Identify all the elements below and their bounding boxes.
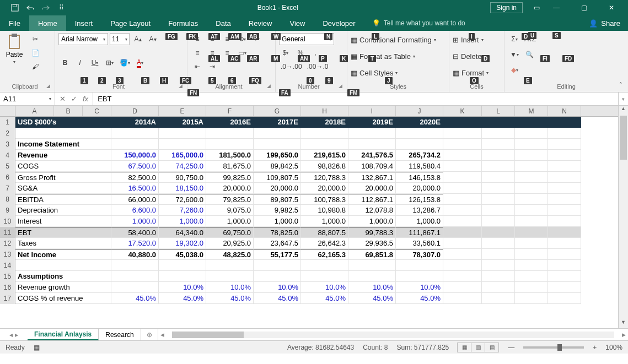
scroll-left-icon[interactable]: ◀	[160, 332, 164, 338]
cell[interactable]: 1,000.0	[301, 216, 348, 227]
cell[interactable]: 20,000.0	[348, 183, 396, 194]
cell[interactable]: 1,000.0	[206, 216, 254, 227]
cell[interactable]: 45.0%	[301, 293, 348, 304]
scroll-right-icon[interactable]: ▶	[622, 332, 626, 338]
scroll-up-icon[interactable]: ▲	[619, 106, 628, 115]
enter-formula-icon[interactable]: ✓	[71, 95, 77, 103]
cell[interactable]	[396, 271, 443, 282]
save-icon[interactable]	[11, 4, 19, 12]
row-header[interactable]: 4	[0, 150, 15, 161]
cell[interactable]: 126,153.8	[396, 194, 443, 205]
tab-review[interactable]: Review	[240, 15, 281, 31]
cell[interactable]: 20,000.0	[206, 183, 254, 194]
cell[interactable]: 99,788.3	[348, 227, 396, 238]
cell[interactable]: 10,980.8	[301, 205, 348, 216]
row-header[interactable]: 9	[0, 205, 15, 216]
cell[interactable]: 10.0%	[254, 282, 301, 293]
tab-file[interactable]: File	[0, 15, 29, 31]
cell[interactable]: 165,000.0	[159, 150, 206, 161]
cancel-formula-icon[interactable]: ✕	[60, 95, 66, 103]
cell[interactable]: 40,880.0	[111, 249, 159, 260]
cell[interactable]	[515, 205, 548, 216]
cell[interactable]	[396, 260, 443, 271]
cell[interactable]: 2020E	[396, 117, 443, 128]
cell[interactable]	[111, 282, 159, 293]
cell[interactable]: 33,560.1	[396, 238, 443, 249]
cell[interactable]	[443, 249, 482, 260]
cell[interactable]	[515, 172, 548, 183]
macro-record-icon[interactable]: ▦	[34, 344, 40, 351]
cell[interactable]: 62,165.3	[301, 249, 348, 260]
cell[interactable]: 10.0%	[159, 282, 206, 293]
cell[interactable]	[515, 282, 548, 293]
share-button[interactable]: 👤Share	[581, 15, 628, 31]
cell[interactable]: COGS	[15, 161, 111, 172]
cell[interactable]	[301, 271, 348, 282]
cell[interactable]: 48,825.0	[206, 249, 254, 260]
autosum-button[interactable]: Σ ▾	[508, 33, 521, 45]
column-header[interactable]: A	[15, 106, 54, 116]
zoom-in-button[interactable]: +	[593, 344, 597, 351]
cell[interactable]: 132,867.1	[348, 172, 396, 183]
row-header[interactable]: 10	[0, 216, 15, 227]
find-button[interactable]: 🔍	[523, 48, 536, 61]
select-all-corner[interactable]	[0, 106, 15, 116]
cell[interactable]: 78,825.0	[254, 227, 301, 238]
cell[interactable]: 2016E	[206, 117, 254, 128]
cell[interactable]: Income Statement	[15, 139, 111, 150]
row-header[interactable]: 1	[0, 117, 15, 128]
cell[interactable]: 112,867.1	[348, 194, 396, 205]
cell[interactable]: 26,642.3	[301, 238, 348, 249]
cell[interactable]	[482, 183, 515, 194]
cell[interactable]: 10.0%	[206, 282, 254, 293]
ribbon-display-icon[interactable]: ▭	[534, 4, 540, 12]
horizontal-scrollbar[interactable]: ◀ ▶	[158, 329, 628, 340]
underline-button[interactable]: U ▾	[88, 57, 101, 69]
cell[interactable]	[515, 150, 548, 161]
cell[interactable]	[548, 205, 581, 216]
row-header[interactable]: 6	[0, 172, 15, 183]
cell[interactable]: 23,647.5	[254, 238, 301, 249]
cell[interactable]: Gross Profit	[15, 172, 111, 183]
cell[interactable]	[254, 271, 301, 282]
collapse-ribbon-icon[interactable]: ˄	[619, 82, 622, 89]
fill-button[interactable]: ▼▾	[508, 48, 521, 61]
cell[interactable]	[443, 260, 482, 271]
row-header[interactable]: 16	[0, 282, 15, 293]
cell[interactable]: Revenue growth	[15, 282, 111, 293]
cell[interactable]: 7,260.0	[159, 205, 206, 216]
cell[interactable]	[515, 139, 548, 150]
column-header[interactable]: G	[254, 106, 301, 116]
cell[interactable]: 1,000.0	[254, 216, 301, 227]
cell[interactable]	[111, 139, 159, 150]
cell[interactable]	[482, 128, 515, 139]
cell[interactable]	[159, 260, 206, 271]
cell[interactable]	[548, 117, 581, 128]
cell[interactable]: 150,000.0	[111, 150, 159, 161]
dec-decimal-button[interactable]: .00→.0	[305, 61, 330, 73]
cell[interactable]: 2017E	[254, 117, 301, 128]
maximize-icon[interactable]: ▢	[573, 4, 595, 12]
zoom-out-button[interactable]: —	[508, 344, 514, 351]
cell[interactable]: 74,250.0	[159, 161, 206, 172]
cell[interactable]	[443, 205, 482, 216]
cell[interactable]: 6,600.0	[111, 205, 159, 216]
cell[interactable]	[443, 293, 482, 304]
cell[interactable]	[159, 271, 206, 282]
close-icon[interactable]: ✕	[600, 4, 622, 12]
cell[interactable]: 119,580.4	[396, 161, 443, 172]
row-header[interactable]: 15	[0, 271, 15, 282]
italic-button[interactable]: I	[73, 57, 87, 69]
cell[interactable]	[548, 172, 581, 183]
cell[interactable]: 219,615.0	[301, 150, 348, 161]
cell[interactable]	[15, 128, 111, 139]
cell[interactable]: 2019E	[348, 117, 396, 128]
cell[interactable]	[111, 260, 159, 271]
column-header[interactable]: D	[111, 106, 159, 116]
cell[interactable]: 9,982.5	[254, 205, 301, 216]
tab-formulas[interactable]: Formulas	[159, 15, 207, 31]
cell[interactable]: 10.0%	[396, 282, 443, 293]
cell[interactable]	[159, 139, 206, 150]
sheet-tab[interactable]: Financial Anlaysis	[28, 329, 99, 340]
cell[interactable]	[482, 260, 515, 271]
